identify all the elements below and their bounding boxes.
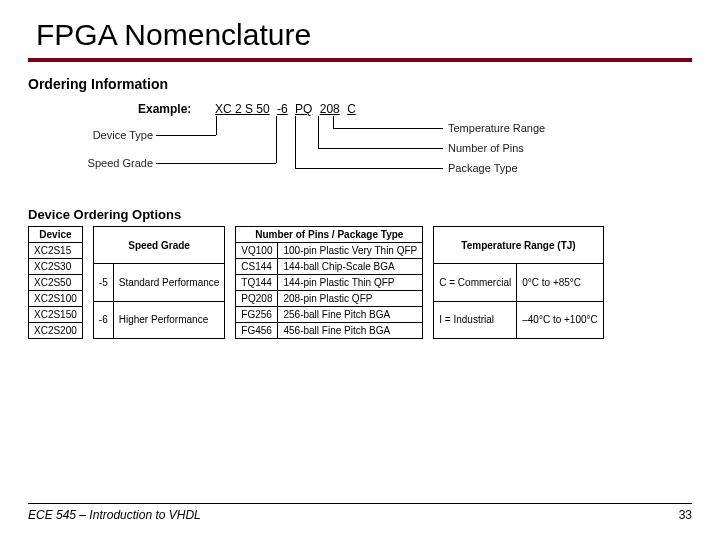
table-row: XC2S100 (29, 291, 83, 307)
callout-pkg-type: Package Type (448, 162, 518, 174)
th-pkg: Number of Pins / Package Type (236, 227, 423, 243)
footer-rule (28, 503, 692, 504)
th-device: Device (29, 227, 83, 243)
footer-course: ECE 545 – Introduction to VHDL (28, 508, 201, 522)
table-row: FG456456-ball Fine Pitch BGA (236, 323, 423, 339)
callout-line (295, 168, 443, 169)
table-row: VQ100100-pin Plastic Very Thin QFP (236, 243, 423, 259)
callout-temp-range: Temperature Range (448, 122, 545, 134)
callout-num-pins: Number of Pins (448, 142, 524, 154)
callout-line (216, 116, 217, 135)
table-row: C = Commercial0°C to +85°C (434, 264, 604, 301)
table-row: CS144144-ball Chip-Scale BGA (236, 259, 423, 275)
table-row: I = Industrial–40°C to +100°C (434, 301, 604, 338)
pkg-table: Number of Pins / Package Type VQ100100-p… (235, 226, 423, 339)
example-diagram: Example: XC 2 S 50 -6 PQ 208 C Device Ty… (28, 102, 692, 197)
table-row: XC2S15 (29, 243, 83, 259)
callout-line (156, 135, 216, 136)
callout-line (156, 163, 276, 164)
table-row: FG256256-ball Fine Pitch BGA (236, 307, 423, 323)
table-row: -5Standard Performance (93, 264, 225, 301)
part-number: XC 2 S 50 -6 PQ 208 C (213, 102, 358, 116)
table-row: XC2S200 (29, 323, 83, 339)
callout-line (318, 148, 443, 149)
callout-line (333, 116, 334, 128)
th-temp: Temperature Range (TJ) (434, 227, 604, 264)
device-table: Device XC2S15 XC2S30 XC2S50 XC2S100 XC2S… (28, 226, 83, 339)
pn-pins: 208 (318, 102, 342, 116)
table-row: TQ144144-pin Plastic Thin QFP (236, 275, 423, 291)
callout-device-type: Device Type (58, 129, 153, 141)
page-number: 33 (679, 508, 692, 522)
footer: ECE 545 – Introduction to VHDL 33 (28, 503, 692, 522)
pn-device: XC 2 S 50 (213, 102, 272, 116)
page-title: FPGA Nomenclature (36, 18, 692, 52)
temp-table: Temperature Range (TJ) C = Commercial0°C… (433, 226, 604, 339)
example-label: Example: (138, 102, 191, 116)
callout-speed-grade: Speed Grade (58, 157, 153, 169)
callout-line (333, 128, 443, 129)
table-row: PQ208208-pin Plastic QFP (236, 291, 423, 307)
table-row: XC2S50 (29, 275, 83, 291)
tables-row: Device XC2S15 XC2S30 XC2S50 XC2S100 XC2S… (28, 226, 692, 339)
callout-line (276, 116, 277, 163)
slide: FPGA Nomenclature Ordering Information E… (0, 0, 720, 540)
table-row: XC2S30 (29, 259, 83, 275)
speed-table: Speed Grade -5Standard Performance -6Hig… (93, 226, 226, 339)
callout-line (318, 116, 319, 148)
pn-temp: C (345, 102, 358, 116)
section-ordering-info: Ordering Information (28, 76, 692, 92)
th-speed: Speed Grade (93, 227, 225, 264)
section-device-options: Device Ordering Options (28, 207, 692, 222)
table-row: XC2S150 (29, 307, 83, 323)
pn-pkg: PQ (293, 102, 314, 116)
title-rule (28, 58, 692, 62)
table-row: -6Higher Performance (93, 301, 225, 338)
callout-line (295, 116, 296, 168)
pn-speed: -6 (275, 102, 290, 116)
